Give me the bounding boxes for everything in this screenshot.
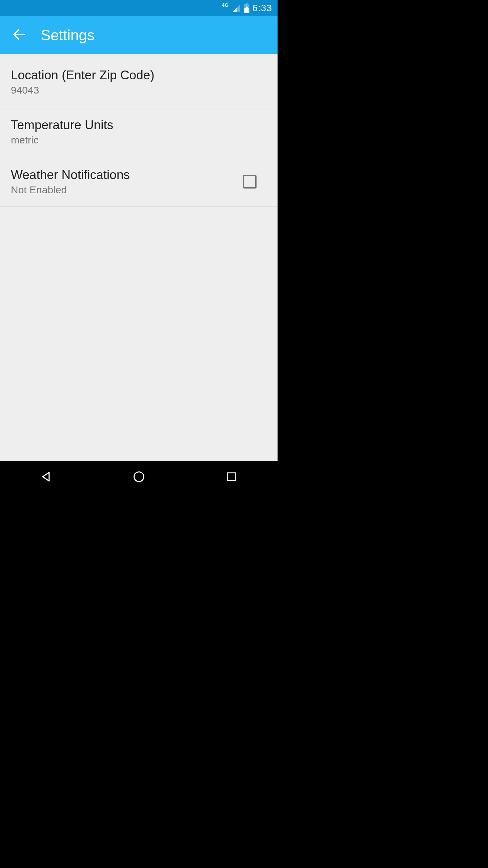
network-type-label: 4G [222,2,228,8]
back-button[interactable] [9,25,29,45]
setting-weather-notifications[interactable]: Weather Notifications Not Enabled [0,157,278,207]
setting-location-title: Location (Enter Zip Code) [11,68,155,82]
setting-temperature-title: Temperature Units [11,118,113,132]
svg-rect-1 [246,3,247,4]
page-title: Settings [41,27,95,44]
svg-point-5 [134,472,144,482]
arrow-left-icon [12,27,26,43]
notifications-checkbox[interactable] [243,175,257,189]
status-bar: 4G 6:33 [0,0,278,16]
setting-notifications-value: Not Enabled [11,184,130,196]
setting-location-value: 94043 [11,84,155,96]
app-bar: Settings [0,16,278,54]
nav-recent-button[interactable] [211,467,252,488]
triangle-back-icon [40,470,53,485]
nav-home-button[interactable] [119,467,159,488]
setting-temperature-units[interactable]: Temperature Units metric [0,107,278,157]
screen: 4G 6:33 Settings Location (Enter Zip Cod… [0,0,278,494]
status-time: 6:33 [252,3,272,14]
setting-temperature-value: metric [11,134,113,146]
signal-icon [231,3,241,13]
android-nav-bar [0,461,278,494]
setting-notifications-title: Weather Notifications [11,168,130,182]
battery-charging-icon [244,3,250,13]
svg-rect-6 [227,473,235,481]
square-recent-icon [226,471,237,484]
circle-home-icon [133,470,145,485]
setting-location[interactable]: Location (Enter Zip Code) 94043 [0,54,278,107]
settings-content: Location (Enter Zip Code) 94043 Temperat… [0,54,278,461]
nav-back-button[interactable] [26,467,67,488]
